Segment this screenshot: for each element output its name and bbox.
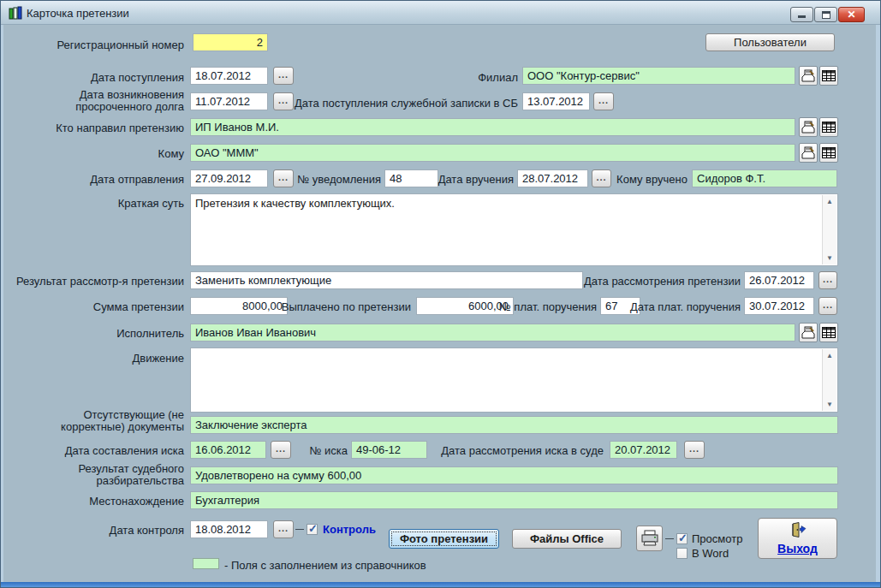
branch-label: Филиал <box>478 71 518 84</box>
control-checkbox-label: Контроль <box>323 523 376 536</box>
payment-date-label: Дата плат. поручения <box>630 300 741 313</box>
branch-table-button[interactable] <box>819 66 838 86</box>
recipient-label: Кому <box>158 147 184 160</box>
payment-date-field[interactable]: 30.07.2012 <box>744 297 814 315</box>
sent-date-field[interactable]: 27.09.2012 <box>190 169 268 187</box>
movement-label: Движение <box>132 352 184 365</box>
browse-court-date-button[interactable]: ... <box>684 441 705 459</box>
browse-control-date-button[interactable]: ... <box>273 520 294 538</box>
word-checkbox-label: В Word <box>692 547 729 560</box>
movement-scrollbar[interactable]: ▲ ▼ <box>822 349 836 411</box>
branch-field[interactable]: ООО "Контур-сервис" <box>522 67 795 85</box>
date-received-field[interactable]: 18.07.2012 <box>190 67 268 85</box>
scroll-up-icon[interactable]: ▲ <box>823 195 836 208</box>
connector-line <box>665 538 674 539</box>
word-checkbox[interactable] <box>676 548 688 559</box>
reg-number-field[interactable]: 2 <box>193 33 268 51</box>
executor-table-button[interactable] <box>819 323 838 342</box>
recipient-dictionary-button[interactable] <box>799 143 818 163</box>
browse-payment-date-button[interactable]: ... <box>818 297 837 315</box>
delivered-to-field[interactable]: Сидоров Ф.Т. <box>692 169 837 187</box>
notice-no-label: № уведомления <box>297 173 381 186</box>
browse-memo-date-button[interactable]: ... <box>593 92 614 110</box>
result-label: Результат рассмотр-я претензии <box>16 275 184 288</box>
court-result-field[interactable]: Удовлетворено на сумму 600,00 <box>190 466 838 484</box>
connector-line <box>295 529 304 530</box>
browse-date-received-button[interactable]: ... <box>273 67 294 85</box>
office-files-button[interactable]: Файлы Office <box>512 529 622 549</box>
window-frame-left <box>1 1 3 587</box>
missing-docs-field[interactable]: Заключение эксперта <box>190 416 838 434</box>
delivered-to-label: Кому вручено <box>616 173 688 186</box>
preview-checkbox-label: Просмотр <box>692 532 742 545</box>
location-label: Местонахождение <box>89 495 184 508</box>
window-frame-right <box>876 1 880 587</box>
court-date-field[interactable]: 20.07.2012 <box>610 441 677 459</box>
delivery-date-label: Дата вручения <box>438 173 514 186</box>
close-button[interactable]: ✕ <box>838 7 865 22</box>
scroll-down-icon[interactable]: ▼ <box>823 252 836 264</box>
preview-checkbox[interactable] <box>676 533 688 544</box>
photo-button[interactable]: Фото претензии <box>389 529 499 549</box>
legend-green-swatch <box>193 558 219 569</box>
recipient-table-button[interactable] <box>819 143 838 163</box>
print-button[interactable] <box>636 526 663 551</box>
scroll-down-icon[interactable]: ▼ <box>823 398 836 411</box>
printer-icon <box>640 530 659 547</box>
card-index-icon <box>801 146 815 159</box>
scroll-up-icon[interactable]: ▲ <box>823 349 836 362</box>
movement-field[interactable]: ▲ ▼ <box>190 347 838 413</box>
card-index-icon <box>801 121 815 134</box>
paid-label: Выплачено по претензии <box>282 300 411 313</box>
debt-date-field[interactable]: 11.07.2012 <box>190 92 268 110</box>
browse-delivery-date-button[interactable]: ... <box>592 169 611 187</box>
delivery-date-field[interactable]: 28.07.2012 <box>517 169 588 187</box>
claim-date-field[interactable]: 16.06.2012 <box>190 441 266 459</box>
court-result-label: Результат судебного разбирательства <box>17 463 184 487</box>
maximize-button[interactable] <box>814 7 837 22</box>
control-checkbox[interactable] <box>307 524 318 535</box>
table-icon <box>822 70 836 81</box>
minimize-icon <box>798 15 806 18</box>
notice-no-field[interactable]: 48 <box>384 169 438 187</box>
executor-field[interactable]: Иванов Иван Иванович <box>190 324 795 342</box>
control-date-label: Дата контроля <box>110 524 184 537</box>
result-field[interactable]: Заменить комплектующие <box>190 271 583 289</box>
exit-door-icon <box>789 522 807 538</box>
executor-dictionary-button[interactable] <box>799 323 818 342</box>
branch-dictionary-button[interactable] <box>799 66 818 86</box>
control-date-field[interactable]: 18.08.2012 <box>190 520 268 538</box>
sender-dictionary-button[interactable] <box>799 117 818 137</box>
claim-card-window: Карточка претензии ✕ Регистрационный ном… <box>0 0 881 588</box>
browse-claim-date-button[interactable]: ... <box>271 441 291 459</box>
close-icon: ✕ <box>839 9 864 21</box>
browse-sent-date-button[interactable]: ... <box>273 169 294 187</box>
review-date-field[interactable]: 26.07.2012 <box>744 271 814 289</box>
location-field[interactable]: Бухгалтерия <box>190 491 838 509</box>
exit-button[interactable]: Выход <box>758 518 837 559</box>
amount-field[interactable]: 8000,00 <box>190 297 288 315</box>
summary-field[interactable]: Претензия к качеству комплектующих. ▲ ▼ <box>190 193 838 266</box>
table-icon <box>822 122 836 133</box>
sender-table-button[interactable] <box>819 117 838 137</box>
court-date-label: Дата рассмотрения иска в суде <box>441 444 604 457</box>
memo-date-field[interactable]: 13.07.2012 <box>522 92 590 110</box>
sender-field[interactable]: ИП Иванов М.И. <box>190 118 795 136</box>
claim-no-field[interactable]: 49-06-12 <box>351 441 427 459</box>
recipient-field[interactable]: ОАО "МММ" <box>190 144 795 162</box>
debt-date-label: Дата возникновения просроченного долга <box>17 89 184 113</box>
window-title: Карточка претензии <box>27 7 129 20</box>
summary-scrollbar[interactable]: ▲ ▼ <box>822 195 836 264</box>
app-books-icon <box>9 6 22 22</box>
browse-debt-date-button[interactable]: ... <box>273 92 294 110</box>
legend-text: - Поля с заполнением из справочников <box>224 559 426 572</box>
summary-text: Претензия к качеству комплектующих. <box>195 196 818 211</box>
payment-no-label: № плат. поручения <box>499 300 597 313</box>
users-button[interactable]: Пользователи <box>705 33 835 51</box>
exit-button-label: Выход <box>759 542 836 555</box>
sender-label: Кто направил претензию <box>56 122 184 134</box>
minimize-button[interactable] <box>790 7 813 22</box>
claim-date-label: Дата составления иска <box>65 444 184 457</box>
browse-review-date-button[interactable]: ... <box>818 271 837 289</box>
card-index-icon <box>801 326 815 339</box>
